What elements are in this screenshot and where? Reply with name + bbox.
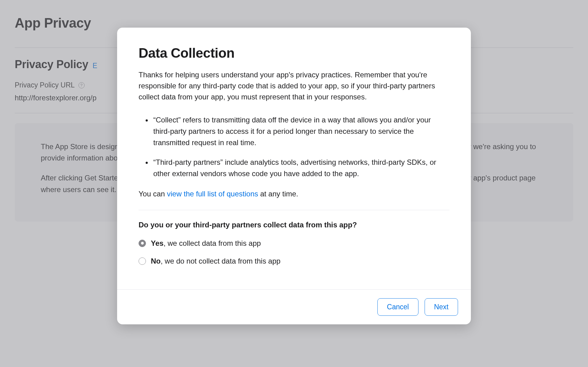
cancel-button[interactable]: Cancel — [377, 298, 418, 316]
radio-option-yes[interactable]: Yes, we collect data from this app — [139, 239, 449, 248]
modal-title: Data Collection — [139, 45, 449, 61]
data-collection-modal: Data Collection Thanks for helping users… — [117, 28, 471, 324]
modal-list: “Collect” refers to transmitting data of… — [139, 114, 449, 179]
modal-question: Do you or your third-party partners coll… — [139, 221, 449, 229]
modal-overlay: Data Collection Thanks for helping users… — [0, 0, 588, 367]
no-rest: , we do not collect data from this app — [161, 257, 281, 265]
radio-option-no[interactable]: No, we do not collect data from this app — [139, 257, 449, 265]
next-button[interactable]: Next — [425, 298, 458, 316]
radio-icon — [139, 257, 146, 265]
list-item: “Collect” refers to transmitting data of… — [152, 114, 449, 149]
modal-body: Data Collection Thanks for helping users… — [117, 28, 471, 289]
note-suffix: at any time. — [258, 190, 298, 198]
radio-icon — [139, 240, 146, 247]
radio-label-yes: Yes, we collect data from this app — [151, 239, 261, 248]
list-item: “Third-party partners” include analytics… — [152, 156, 449, 179]
no-strong: No — [151, 257, 161, 265]
yes-strong: Yes — [151, 239, 163, 247]
modal-footer: Cancel Next — [117, 289, 471, 324]
modal-intro: Thanks for helping users understand your… — [139, 69, 449, 102]
note-prefix: You can — [139, 190, 167, 198]
radio-label-no: No, we do not collect data from this app — [151, 257, 281, 265]
yes-rest: , we collect data from this app — [163, 239, 261, 247]
modal-note: You can view the full list of questions … — [139, 190, 449, 198]
modal-divider — [139, 210, 449, 210]
view-questions-link[interactable]: view the full list of questions — [167, 190, 258, 198]
